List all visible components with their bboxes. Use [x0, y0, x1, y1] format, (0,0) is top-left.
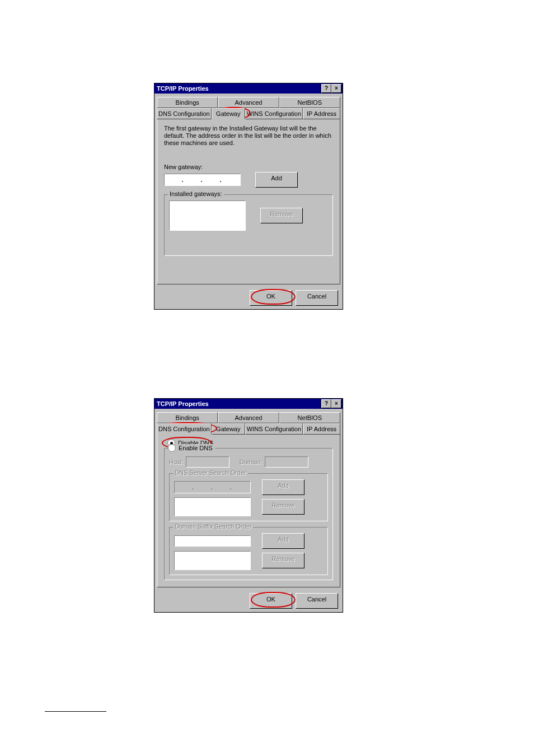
ok-button[interactable]: OK: [250, 290, 292, 306]
tab-wins-configuration[interactable]: WINS Configuration: [245, 423, 303, 435]
suffix-remove-button: Remove: [262, 553, 305, 568]
ok-button[interactable]: OK: [250, 593, 292, 609]
window-title: TCP/IP Properties: [157, 83, 209, 94]
cancel-button[interactable]: Cancel: [296, 290, 338, 306]
cancel-button[interactable]: Cancel: [296, 593, 338, 609]
window-title: TCP/IP Properties: [157, 399, 209, 409]
enable-dns-label: Enable DNS: [179, 445, 213, 451]
tab-gateway[interactable]: Gateway: [212, 423, 245, 435]
tab-netbios[interactable]: NetBIOS: [279, 412, 340, 423]
tab-netbios[interactable]: NetBIOS: [279, 97, 340, 108]
suffix-order-label: Domain Suffix Search Order: [173, 523, 253, 530]
tab-ip-address[interactable]: IP Address: [303, 423, 340, 435]
help-icon[interactable]: ?: [321, 399, 331, 408]
installed-gateways-label: Installed gateways:: [168, 190, 224, 197]
enable-dns-radio[interactable]: Enable DNS: [168, 444, 215, 452]
tab-dns-configuration[interactable]: DNS Configuration: [157, 423, 212, 435]
installed-gateways-list[interactable]: [169, 200, 246, 231]
suffix-add-button: Add: [262, 533, 305, 549]
tcpip-properties-dialog-dns: TCP/IP Properties ? × Bindings Advanced …: [154, 398, 343, 613]
domain-input: [265, 456, 308, 468]
close-icon[interactable]: ×: [331, 84, 341, 93]
new-gateway-label: New gateway:: [164, 164, 333, 170]
dns-add-button: Add: [262, 479, 305, 495]
dns-order-list: [174, 497, 251, 516]
tab-bindings[interactable]: Bindings: [157, 412, 218, 423]
domain-label: Domain:: [240, 459, 263, 465]
dns-remove-button: Remove: [262, 499, 305, 515]
remove-button: Remove: [260, 208, 303, 223]
suffix-input: [174, 535, 251, 547]
new-gateway-ip-input[interactable]: . . .: [164, 174, 241, 186]
tcpip-properties-dialog-gateway: TCP/IP Properties ? × Bindings Advanced …: [154, 83, 343, 310]
close-icon[interactable]: ×: [331, 399, 341, 408]
tab-advanced[interactable]: Advanced: [218, 412, 279, 423]
host-input: [186, 456, 229, 468]
tab-gateway[interactable]: Gateway: [212, 108, 245, 119]
help-icon[interactable]: ?: [321, 84, 331, 93]
tab-bindings[interactable]: Bindings: [157, 97, 218, 108]
tab-ip-address[interactable]: IP Address: [303, 108, 340, 119]
add-button[interactable]: Add: [255, 172, 298, 188]
titlebar: TCP/IP Properties ? ×: [154, 399, 343, 409]
dns-order-label: DNS Server Search Order: [173, 469, 248, 476]
tab-wins-configuration[interactable]: WINS Configuration: [245, 108, 303, 119]
dns-ip-input: . . .: [174, 481, 251, 493]
tab-dns-configuration[interactable]: DNS Configuration: [157, 108, 212, 119]
host-label: Host:: [169, 459, 184, 465]
titlebar: TCP/IP Properties ? ×: [154, 83, 343, 94]
help-text: The first gateway in the Installed Gatew…: [164, 125, 333, 147]
tab-advanced[interactable]: Advanced: [218, 97, 279, 108]
suffix-order-list: [174, 551, 251, 570]
